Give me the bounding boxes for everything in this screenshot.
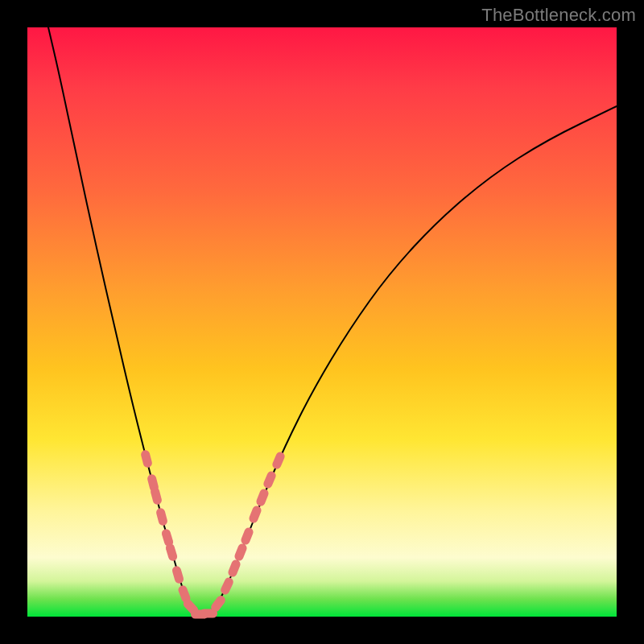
bead-marker (255, 488, 270, 508)
bead-marker (155, 507, 168, 526)
bead-marker (171, 565, 185, 584)
bead-marker (140, 449, 153, 469)
bead-marker (271, 451, 287, 471)
bead-marker (248, 505, 262, 525)
bead-marker (233, 543, 248, 563)
chart-frame: TheBottleneck.com (0, 0, 644, 644)
left-branch-curve (48, 27, 203, 616)
bead-marker (262, 470, 278, 490)
curve-layer (27, 27, 617, 617)
bead-marker (219, 576, 234, 597)
bead-marker (165, 543, 179, 562)
bead-marker (150, 486, 163, 506)
right-branch-curve (203, 106, 617, 616)
bead-marker (240, 526, 254, 547)
bead-group (140, 449, 286, 619)
plot-area (27, 27, 617, 617)
watermark-text: TheBottleneck.com (481, 5, 636, 26)
bead-marker (227, 559, 242, 579)
